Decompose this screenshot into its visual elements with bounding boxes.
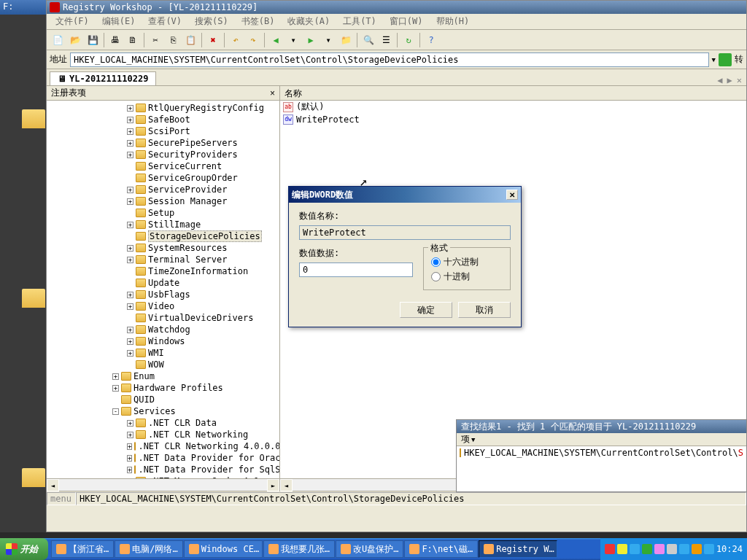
menu-item[interactable]: 书签(B)	[236, 14, 281, 29]
preview-icon[interactable]: 🗎	[125, 32, 141, 48]
tree-node[interactable]: VirtualDeviceDrivers	[47, 312, 279, 324]
system-tray[interactable]: 10:24	[600, 538, 747, 560]
registry-tree[interactable]: +RtlQueryRegistryConfig+SafeBoot+ScsiPor…	[47, 101, 279, 478]
tree-node[interactable]: +UsbFlags	[47, 289, 279, 300]
expand-icon[interactable]: +	[127, 128, 133, 135]
delete-icon[interactable]: ✖	[205, 32, 221, 48]
tree-node[interactable]: +Watchdog	[47, 324, 279, 335]
tray-icon[interactable]	[679, 544, 689, 554]
find-header[interactable]: 项 ▼	[457, 433, 746, 446]
taskbar-item[interactable]: 【浙江省…	[51, 540, 114, 558]
address-dropdown-icon[interactable]: ▼	[712, 56, 716, 63]
dd2-icon[interactable]: ▾	[320, 32, 336, 48]
tray-icon[interactable]	[667, 544, 677, 554]
tray-icon[interactable]	[617, 544, 627, 554]
menu-item[interactable]: 查看(V)	[142, 14, 187, 29]
expand-icon[interactable]: +	[112, 385, 119, 392]
copy-icon[interactable]: ⎘	[165, 32, 181, 48]
paste-icon[interactable]: 📋	[182, 32, 198, 48]
expand-icon[interactable]: +	[127, 140, 133, 147]
taskbar-item[interactable]: 改U盘保护…	[336, 540, 403, 558]
taskbar-item[interactable]: 我想要几张…	[263, 540, 335, 558]
redo-icon[interactable]: ↷	[245, 32, 261, 48]
chevron-down-icon[interactable]: ▼	[471, 436, 475, 443]
menu-item[interactable]: 编辑(E)	[96, 14, 142, 29]
scroll-right-icon[interactable]: ►	[267, 479, 279, 491]
expand-icon[interactable]: +	[127, 467, 132, 473]
expand-icon[interactable]: +	[127, 455, 132, 462]
tree-hscroll[interactable]: ◄ ►	[47, 478, 279, 491]
find-titlebar[interactable]: 查找结果1 - 找到 1 个匹配的项目于 YL-201211110229	[457, 420, 746, 433]
tree-node[interactable]: TimeZoneInformation	[47, 265, 279, 277]
dialog-close-icon[interactable]: ✕	[506, 190, 518, 200]
tree-node[interactable]: +Hardware Profiles	[47, 382, 279, 394]
taskbar-item[interactable]: F:\net\磁…	[404, 540, 478, 558]
ok-button[interactable]: 确定	[400, 302, 452, 318]
menu-item[interactable]: 帮助(H)	[430, 14, 476, 29]
tree-node[interactable]: +Session Manager	[47, 195, 279, 207]
start-button[interactable]: 开始	[0, 538, 48, 560]
expand-icon[interactable]: +	[127, 420, 133, 427]
scroll-left-icon[interactable]: ◄	[47, 479, 59, 491]
tree-node[interactable]: +RtlQueryRegistryConfig	[47, 102, 279, 114]
value-row[interactable]: dwWriteProtect	[280, 113, 746, 125]
radix-dec-radio[interactable]	[431, 272, 441, 281]
value-row[interactable]: ab(默认)	[280, 101, 746, 113]
tree-node[interactable]: -Services	[47, 405, 279, 417]
expand-icon[interactable]: +	[127, 432, 133, 438]
value-data-field[interactable]	[299, 262, 413, 277]
tab-prev-icon[interactable]: ◀	[716, 75, 724, 85]
tray-icon[interactable]	[630, 544, 640, 554]
cancel-button[interactable]: 取消	[458, 302, 511, 318]
expand-icon[interactable]: +	[127, 117, 133, 123]
tab-active[interactable]: 🖥 YL-201211110229	[50, 71, 156, 85]
tree-pane-close-icon[interactable]: ×	[270, 88, 275, 98]
new-icon[interactable]: 📄	[50, 32, 66, 48]
print-icon[interactable]: 🖶	[107, 32, 123, 48]
save-icon[interactable]: 💾	[85, 32, 101, 48]
menu-item[interactable]: 收藏夹(A)	[282, 14, 336, 29]
expand-icon[interactable]: +	[127, 222, 133, 228]
values-header[interactable]: 名称	[280, 86, 746, 101]
find-result-row[interactable]: HKEY_LOCAL_MACHINE\SYSTEM\CurrentControl…	[460, 448, 743, 458]
tree-node[interactable]: +WMI	[47, 347, 279, 359]
tab-close-icon[interactable]: ✕	[735, 75, 743, 85]
expand-icon[interactable]: +	[127, 338, 133, 345]
tree-node[interactable]: +ServiceProvider	[47, 184, 279, 195]
expand-icon[interactable]: +	[127, 187, 133, 193]
tree-node[interactable]: +.NET Data Provider for Oracl	[47, 452, 279, 464]
props-icon[interactable]: ☰	[378, 32, 394, 48]
undo-icon[interactable]: ↶	[228, 32, 244, 48]
expand-icon[interactable]: +	[127, 105, 133, 112]
tree-node[interactable]: +ScsiPort	[47, 125, 279, 137]
tray-icon[interactable]	[704, 544, 714, 554]
expand-icon[interactable]: +	[127, 292, 133, 298]
taskbar-item[interactable]: Registry W…	[479, 540, 557, 558]
cut-icon[interactable]: ✂	[147, 32, 163, 48]
tray-icon[interactable]	[642, 544, 652, 554]
tree-node[interactable]: QUID	[47, 394, 279, 405]
scroll-left-icon[interactable]: ◄	[280, 479, 293, 491]
expand-icon[interactable]: +	[127, 303, 133, 310]
expand-icon[interactable]: +	[127, 245, 133, 252]
find-icon[interactable]: 🔍	[360, 32, 376, 48]
tree-node[interactable]: Setup	[47, 207, 279, 219]
tree-node[interactable]: WOW	[47, 359, 279, 370]
tree-node[interactable]: +Terminal Server	[47, 254, 279, 265]
address-input[interactable]	[70, 52, 709, 67]
tree-node[interactable]: +SecurityProviders	[47, 149, 279, 160]
forward-icon[interactable]: ▶	[303, 32, 319, 48]
tree-node[interactable]: Update	[47, 277, 279, 289]
expand-icon[interactable]: +	[112, 373, 119, 380]
titlebar[interactable]: Registry Workshop - [YL-201211110229]	[47, 1, 746, 14]
menu-item[interactable]: 文件(F)	[50, 14, 95, 29]
tree-node[interactable]: +SecurePipeServers	[47, 137, 279, 149]
tree-node[interactable]: +.NET Data Provider for SqlSe	[47, 464, 279, 475]
go-icon[interactable]	[719, 53, 732, 66]
tray-icon[interactable]	[605, 544, 615, 554]
dialog-titlebar[interactable]: 编辑DWORD数值 ✕	[289, 187, 521, 203]
tree-node[interactable]: +Video	[47, 300, 279, 312]
tab-next-icon[interactable]: ▶	[726, 75, 734, 85]
expand-icon[interactable]: +	[127, 152, 133, 158]
tree-node[interactable]: +.NET CLR Data	[47, 417, 279, 429]
